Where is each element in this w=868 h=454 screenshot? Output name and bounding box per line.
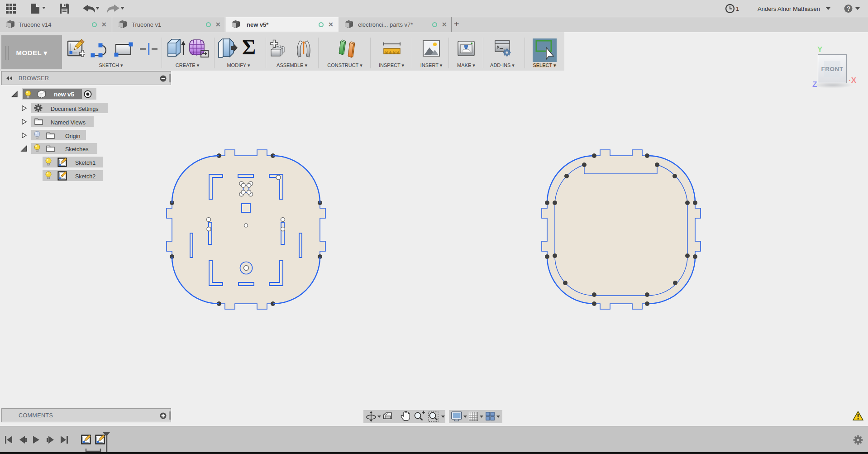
svg-text:?: ? [847, 5, 851, 12]
